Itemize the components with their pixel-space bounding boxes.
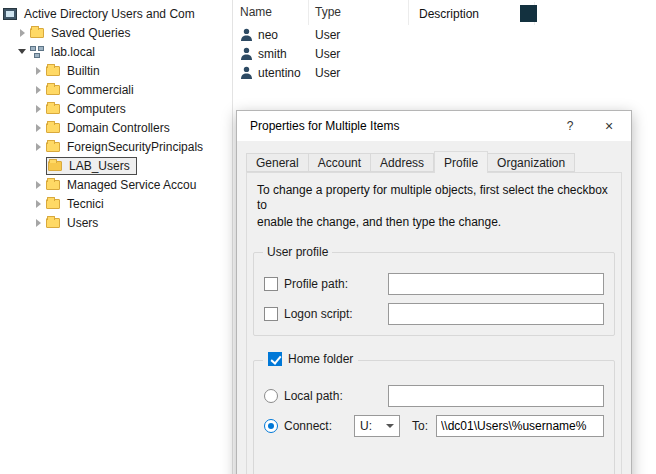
logon-script-checkbox[interactable] bbox=[264, 307, 278, 321]
tabstrip: General Account Address Profile Organiza… bbox=[246, 151, 575, 173]
column-header-description[interactable]: Description bbox=[413, 2, 535, 25]
help-button[interactable]: ? bbox=[553, 111, 587, 141]
connect-row: Connect: U: To: bbox=[264, 415, 604, 437]
tree-item-saved-queries[interactable]: Saved Queries bbox=[0, 23, 232, 42]
user-profile-group: User profile Profile path: Logon script: bbox=[253, 252, 615, 336]
user-name: utentino bbox=[258, 66, 301, 80]
list-row-smith[interactable]: smith User bbox=[234, 44, 656, 63]
dialog-title: Properties for Multiple Items bbox=[237, 119, 553, 133]
home-folder-checkbox[interactable] bbox=[268, 352, 282, 366]
local-path-radio[interactable] bbox=[264, 389, 278, 403]
tree-item-commerciali[interactable]: Commerciali bbox=[0, 80, 232, 99]
tree-item-label: Domain Controllers bbox=[64, 120, 173, 136]
column-header-name[interactable]: Name bbox=[234, 0, 309, 25]
chevron-right-icon[interactable] bbox=[30, 63, 46, 79]
folder-icon bbox=[46, 218, 64, 228]
connect-path-input[interactable] bbox=[436, 415, 604, 437]
user-icon bbox=[240, 47, 253, 61]
tree-item-label: Managed Service Accou bbox=[64, 177, 199, 193]
selected-tree-item: LAB_Users bbox=[46, 157, 137, 175]
logon-script-input[interactable] bbox=[388, 303, 604, 325]
drive-letter-value: U: bbox=[360, 419, 372, 433]
chevron-right-icon[interactable] bbox=[30, 101, 46, 117]
tree-item-label: Computers bbox=[64, 101, 129, 117]
tree-item-label: Users bbox=[64, 215, 101, 231]
chevron-right-icon[interactable] bbox=[30, 196, 46, 212]
logon-script-row: Logon script: bbox=[264, 303, 604, 325]
tree-item-label: Active Directory Users and Com bbox=[21, 6, 198, 22]
list-row-utentino[interactable]: utentino User bbox=[234, 63, 656, 82]
tree-item-users[interactable]: Users bbox=[0, 213, 232, 232]
tree-item-label: Saved Queries bbox=[48, 25, 133, 41]
user-type: User bbox=[309, 66, 409, 80]
profile-path-row: Profile path: bbox=[264, 273, 604, 295]
tree-item-foreign-security-principals[interactable]: ForeignSecurityPrincipals bbox=[0, 137, 232, 156]
tree-item-label: LAB_Users bbox=[66, 158, 133, 174]
profile-path-label: Profile path: bbox=[278, 277, 388, 291]
chevron-down-icon bbox=[386, 424, 394, 428]
chevron-right-icon[interactable] bbox=[30, 177, 46, 193]
chevron-right-icon[interactable] bbox=[14, 25, 30, 41]
instructions-line-2: enable the change, and then type the cha… bbox=[257, 215, 611, 230]
console-tree: Active Directory Users and Com Saved Que… bbox=[0, 0, 233, 474]
home-folder-label: Home folder bbox=[288, 352, 353, 366]
tree-item-label: lab.local bbox=[48, 44, 98, 60]
chevron-right-icon[interactable] bbox=[30, 139, 46, 155]
user-icon bbox=[240, 28, 253, 42]
chevron-right-icon[interactable] bbox=[30, 82, 46, 98]
folder-icon bbox=[46, 85, 64, 95]
dialog-titlebar: Properties for Multiple Items ? × bbox=[237, 111, 631, 141]
tree-item-label: Builtin bbox=[64, 63, 103, 79]
tab-general[interactable]: General bbox=[246, 153, 309, 172]
chevron-right-icon[interactable] bbox=[30, 215, 46, 231]
instructions-line-1: To change a property for multiple object… bbox=[257, 183, 611, 213]
tree-item-label: Tecnici bbox=[64, 196, 107, 212]
chevron-right-icon[interactable] bbox=[30, 120, 46, 136]
list-header: Name Type Description bbox=[234, 0, 656, 25]
tree-item-lab-local[interactable]: lab.local bbox=[0, 42, 232, 61]
local-path-label: Local path: bbox=[278, 389, 388, 403]
folder-icon bbox=[46, 104, 64, 114]
chevron-down-icon[interactable] bbox=[14, 44, 30, 60]
to-label: To: bbox=[412, 419, 428, 433]
tree-item-label: Commerciali bbox=[64, 82, 137, 98]
tree-item-managed-service-accounts[interactable]: Managed Service Accou bbox=[0, 175, 232, 194]
home-folder-group: Home folder Local path: Connect: U: To: bbox=[253, 360, 615, 474]
tree-item-computers[interactable]: Computers bbox=[0, 99, 232, 118]
profile-tab-page: To change a property for multiple object… bbox=[246, 172, 622, 474]
tree-item-tecnici[interactable]: Tecnici bbox=[0, 194, 232, 213]
home-folder-row: Home folder bbox=[263, 352, 358, 366]
tab-account[interactable]: Account bbox=[309, 153, 371, 172]
list-row-neo[interactable]: neo User bbox=[234, 25, 656, 44]
local-path-row: Local path: bbox=[264, 385, 604, 407]
user-name: smith bbox=[258, 47, 287, 61]
user-icon bbox=[240, 66, 253, 80]
tab-profile[interactable]: Profile bbox=[434, 151, 488, 173]
column-header-type[interactable]: Type bbox=[309, 0, 409, 25]
user-profile-group-label: User profile bbox=[263, 245, 332, 259]
connect-radio[interactable] bbox=[264, 419, 278, 433]
local-path-input[interactable] bbox=[388, 385, 604, 407]
folder-open-icon bbox=[48, 161, 66, 171]
user-name: neo bbox=[258, 28, 278, 42]
directory-root-icon bbox=[3, 8, 21, 20]
close-button[interactable]: × bbox=[587, 111, 631, 141]
logon-script-label: Logon script: bbox=[278, 307, 388, 321]
tree-item-domain-controllers[interactable]: Domain Controllers bbox=[0, 118, 232, 137]
tab-organization[interactable]: Organization bbox=[488, 153, 575, 172]
aduc-window: { "tree": { "items": [ { "label": "Activ… bbox=[0, 0, 656, 474]
folder-icon bbox=[46, 199, 64, 209]
folder-icon bbox=[46, 66, 64, 76]
tree-item-root[interactable]: Active Directory Users and Com bbox=[0, 4, 232, 23]
tree-item-lab-users[interactable]: LAB_Users bbox=[0, 156, 232, 175]
user-type: User bbox=[309, 47, 409, 61]
drive-letter-dropdown[interactable]: U: bbox=[354, 415, 400, 437]
tree-item-builtin[interactable]: Builtin bbox=[0, 61, 232, 80]
folder-icon bbox=[46, 180, 64, 190]
folder-icon bbox=[30, 28, 48, 38]
dark-block bbox=[520, 5, 537, 22]
profile-path-input[interactable] bbox=[388, 273, 604, 295]
tab-address[interactable]: Address bbox=[371, 153, 434, 172]
folder-icon bbox=[46, 123, 64, 133]
profile-path-checkbox[interactable] bbox=[264, 277, 278, 291]
